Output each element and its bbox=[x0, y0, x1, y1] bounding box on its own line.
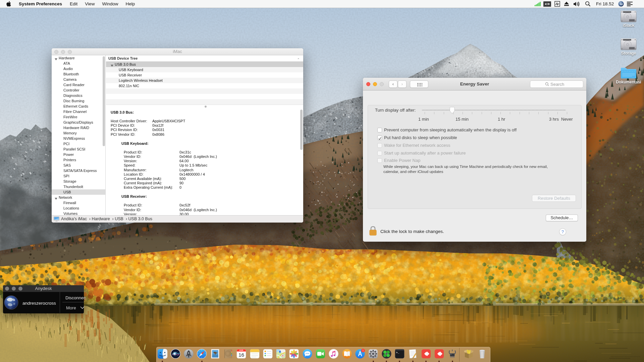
svg-text:1: 1 bbox=[362, 349, 364, 352]
svg-text:>_: >_ bbox=[396, 351, 399, 354]
svg-text:16: 16 bbox=[238, 352, 244, 358]
svg-text:AUG: AUG bbox=[239, 349, 244, 351]
